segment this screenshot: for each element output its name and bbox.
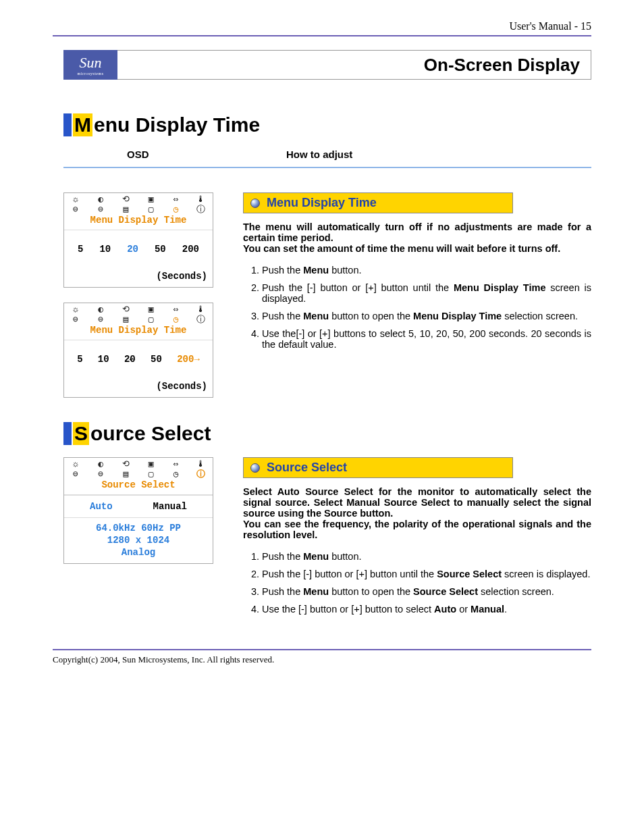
step-3: Push the Menu button to open the Menu Di… bbox=[262, 311, 591, 321]
osd-info-1: 1280 x 1024 bbox=[67, 534, 210, 546]
time-icon: ◷ bbox=[169, 470, 184, 479]
menu-pos-icon: ▢ bbox=[144, 205, 159, 214]
page-title: On-Screen Display bbox=[117, 50, 591, 80]
info-icon: ⓘ bbox=[194, 205, 209, 214]
callout-source-select: Source Select bbox=[243, 457, 513, 478]
osd-b-left-arrow: ← bbox=[130, 354, 135, 365]
reset-icon: ⟲ bbox=[118, 195, 133, 204]
title-band: Sun microsystems On-Screen Display bbox=[63, 50, 591, 80]
step-2: Push the [-] button or [+] button until … bbox=[262, 569, 591, 579]
heading-initial: M bbox=[73, 113, 92, 136]
callout-bullet-icon bbox=[250, 199, 260, 208]
section2-steps: Push the Menu button. Push the [-] butto… bbox=[243, 551, 591, 615]
brand-name: Sun bbox=[80, 54, 102, 72]
osd-a-val-0: 5 bbox=[78, 244, 83, 255]
osd-b-val-1: 10 bbox=[98, 354, 109, 365]
time-icon: ◷ bbox=[169, 315, 184, 324]
osd-panel-source: ☼ ◐ ⟲ ▣ ⇔ 🌡 ⊖ ⊖ ▤ ▢ ◷ ⓘ bbox=[63, 457, 213, 564]
menu-pos-icon: ▢ bbox=[144, 470, 159, 479]
vpos-icon: ⊖ bbox=[93, 470, 108, 479]
image-icon: ▣ bbox=[144, 305, 159, 314]
osd-a-val-1: 10 bbox=[99, 244, 111, 255]
temp-icon: 🌡 bbox=[194, 460, 209, 469]
heading-rest: enu Display Time bbox=[94, 113, 260, 136]
osd-a-unit: (Seconds) bbox=[70, 271, 207, 282]
temp-icon: 🌡 bbox=[194, 305, 209, 314]
image-icon: ▣ bbox=[144, 195, 159, 204]
osd-a-val-2: 20 bbox=[127, 244, 138, 255]
section2-description: Select Auto Source Select for the monito… bbox=[243, 486, 591, 540]
column-header-rule bbox=[63, 167, 591, 168]
reset-icon: ⟲ bbox=[118, 460, 133, 469]
info-icon: ⓘ bbox=[194, 315, 209, 324]
temp-icon: 🌡 bbox=[194, 195, 209, 204]
osd-b-val-4: 200→ bbox=[177, 354, 200, 365]
language-icon: ▤ bbox=[118, 315, 133, 324]
callout-menu-display-time: Menu Display Time bbox=[243, 192, 513, 213]
heading-initial: S bbox=[73, 422, 89, 445]
brightness-icon: ☼ bbox=[68, 460, 83, 469]
osd-label-source: Source Select bbox=[68, 479, 209, 493]
header-rule bbox=[53, 35, 591, 36]
osd-info-0: 64.0kHz 60Hz PP bbox=[67, 522, 210, 534]
heading-tab-icon bbox=[63, 422, 72, 445]
footer-rule bbox=[53, 649, 591, 650]
brand-sub: microsystems bbox=[78, 72, 104, 76]
step-4: Use the [-] button or [+] button to sele… bbox=[262, 604, 591, 615]
section-heading-menu-display-time: Menu Display Time bbox=[63, 113, 591, 136]
brand-logo: Sun microsystems bbox=[63, 50, 117, 80]
menu-pos-icon: ▢ bbox=[144, 315, 159, 324]
column-headers: OSD How to adjust bbox=[63, 149, 591, 160]
contrast-icon: ◐ bbox=[93, 305, 108, 314]
vpos-icon: ⊖ bbox=[93, 315, 108, 324]
heading-rest: ource Select bbox=[90, 422, 211, 445]
info-icon: ⓘ bbox=[194, 470, 209, 479]
step-2: Push the [-] button or [+] button until … bbox=[262, 282, 591, 304]
osd-a-val-3: 50 bbox=[155, 244, 166, 255]
image-icon: ▣ bbox=[144, 460, 159, 469]
section1-steps: Push the Menu button. Push the [-] butto… bbox=[243, 265, 591, 350]
brightness-icon: ☼ bbox=[68, 195, 83, 204]
contrast-icon: ◐ bbox=[93, 195, 108, 204]
osd-b-val-0: 5 bbox=[77, 354, 82, 365]
callout-text: Menu Display Time bbox=[267, 196, 377, 210]
language-icon: ▤ bbox=[118, 205, 133, 214]
hpos-icon: ⊖ bbox=[68, 470, 83, 479]
col-header-osd: OSD bbox=[63, 149, 286, 160]
hpos-icon: ⊖ bbox=[68, 315, 83, 324]
step-3: Push the Menu button to open the Source … bbox=[262, 586, 591, 597]
copyright: Copyright(c) 2004, Sun Microsystems, Inc… bbox=[53, 654, 591, 665]
osd-info-2: Analog bbox=[67, 546, 210, 558]
page-header-right: User's Manual - 15 bbox=[509, 20, 591, 32]
osd-label-a: Menu Display Time bbox=[68, 215, 209, 228]
vpos-icon: ⊖ bbox=[93, 205, 108, 214]
position-icon: ⇔ bbox=[169, 305, 184, 314]
hpos-icon: ⊖ bbox=[68, 205, 83, 214]
osd-panel-a: ☼ ◐ ⟲ ▣ ⇔ 🌡 ⊖ ⊖ ▤ ▢ ◷ ⓘ bbox=[63, 192, 213, 288]
section-heading-source-select: Source Select bbox=[63, 422, 591, 445]
osd-label-b: Menu Display Time bbox=[68, 325, 209, 338]
step-1: Push the Menu button. bbox=[262, 551, 591, 562]
osd-a-val-4: 200 bbox=[182, 244, 199, 255]
callout-bullet-icon bbox=[250, 463, 260, 473]
callout-text: Source Select bbox=[267, 461, 347, 475]
osd-panel-b: ☼ ◐ ⟲ ▣ ⇔ 🌡 ⊖ ⊖ ▤ ▢ ◷ ⓘ bbox=[63, 303, 213, 398]
osd-source-opt-0: Auto bbox=[90, 501, 113, 512]
osd-b-val-3: 50 bbox=[151, 354, 162, 365]
position-icon: ⇔ bbox=[169, 460, 184, 469]
col-header-adjust: How to adjust bbox=[286, 149, 591, 160]
position-icon: ⇔ bbox=[169, 195, 184, 204]
section1-description: The menu will automatically turn off if … bbox=[243, 221, 591, 254]
osd-source-opt-1: Manual bbox=[153, 501, 187, 512]
reset-icon: ⟲ bbox=[118, 305, 133, 314]
heading-tab-icon bbox=[63, 113, 72, 136]
contrast-icon: ◐ bbox=[93, 460, 108, 469]
step-1: Push the Menu button. bbox=[262, 265, 591, 276]
osd-b-unit: (Seconds) bbox=[70, 381, 207, 392]
brightness-icon: ☼ bbox=[68, 305, 83, 314]
step-4: Use the[-] or [+] buttons to select 5, 1… bbox=[262, 328, 591, 350]
language-icon: ▤ bbox=[118, 470, 133, 479]
time-icon: ◷ bbox=[169, 205, 184, 214]
